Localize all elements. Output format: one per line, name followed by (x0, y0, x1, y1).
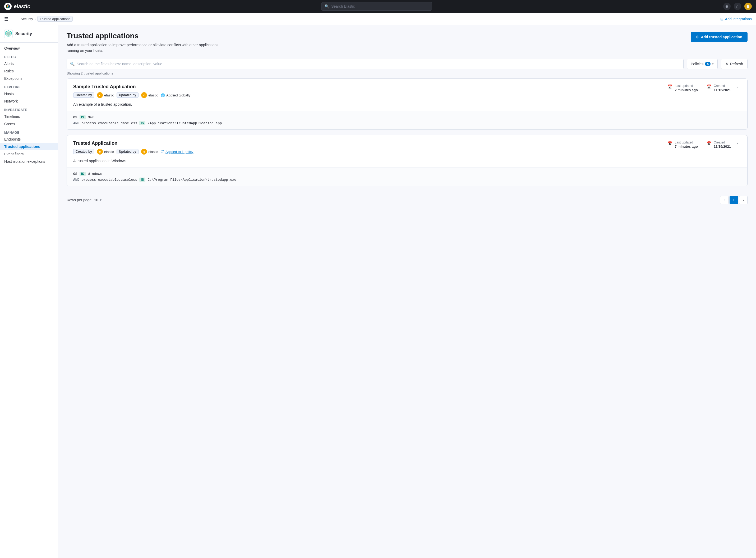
updated-by-username-1: elastic (148, 93, 158, 97)
chevron-down-icon: ▾ (712, 62, 714, 66)
applied-policy-badge-2[interactable]: 🛡 Applied to 1 policy (161, 150, 194, 154)
created-by-username-2: elastic (104, 150, 114, 154)
calendar-icon-1: 📅 (667, 84, 673, 89)
hamburger-menu[interactable]: ☰ (4, 16, 8, 22)
created-block-1: 📅 Created 11/15/2021 (706, 84, 731, 92)
refresh-button[interactable]: ↻ Refresh (721, 59, 748, 69)
rows-per-page-value: 10 (94, 198, 98, 202)
breadcrumb: Security › Trusted applications (21, 16, 73, 22)
created-date-1: 11/15/2021 (714, 88, 731, 92)
user-avatar[interactable]: E (745, 3, 752, 10)
created-by-avatar-1: e (97, 92, 103, 98)
created-by-user-2: e elastic (97, 149, 114, 155)
page-1-button[interactable]: 1 (730, 196, 738, 204)
search-icon: 🔍 (325, 4, 329, 8)
svg-point-4 (8, 5, 9, 7)
next-page-button[interactable]: › (739, 196, 748, 204)
created-by-badge-2: Created by (73, 149, 94, 154)
is-op-1: IS (79, 115, 86, 120)
policies-count-badge: 4 (705, 62, 710, 66)
process-value-1: /Applications/TrustedApplication.app (147, 121, 222, 125)
card-2-info: Trusted Application Created by e elastic… (73, 141, 194, 155)
notifications-icon[interactable]: ☆ (734, 3, 741, 10)
sidebar-item-exceptions[interactable]: Exceptions (0, 75, 58, 82)
topbar-right-icons: ⊕ ☆ E (723, 3, 752, 10)
add-integrations-label: Add integrations (725, 17, 752, 21)
add-trusted-application-button[interactable]: ⊕ Add trusted application (691, 32, 748, 42)
card-1-conditions: OS IS Mac AND process.executable.caseles… (67, 111, 747, 129)
breadcrumb-separator: › (34, 17, 36, 21)
last-updated-label-1: Last updated (675, 84, 698, 88)
sidebar-item-rules[interactable]: Rules (0, 67, 58, 75)
updated-by-avatar-1: e (141, 92, 147, 98)
pagination: Rows per page: 10 ▾ ‹ 1 › (67, 192, 748, 208)
card-1-header: Sample Trusted Application Created by e … (67, 79, 747, 102)
sidebar-item-hosts[interactable]: Hosts (0, 90, 58, 98)
main-layout: Security Overview Detect Alerts Rules Ex… (0, 25, 756, 558)
search-box[interactable]: 🔍 (67, 59, 684, 69)
rows-per-page-selector[interactable]: Rows per page: 10 ▾ (67, 198, 101, 202)
help-icon[interactable]: ⊕ (723, 3, 731, 10)
created-date-2: 11/19/2021 (714, 145, 731, 149)
card-2-title: Trusted Application (73, 141, 194, 146)
process-field-1: process.executable.caseless (81, 121, 137, 125)
condition-1-os: OS IS Mac (73, 115, 741, 120)
add-integrations-link[interactable]: ⊞ Add integrations (720, 17, 752, 21)
elastic-wordmark: elastic (14, 3, 30, 9)
filter-bar: 🔍 Policies 4 ▾ ↻ Refresh (67, 59, 748, 69)
last-updated-value-1: 2 minutes ago (675, 88, 698, 92)
sidebar-item-network[interactable]: Network (0, 98, 58, 105)
created-block-2: 📅 Created 11/19/2021 (706, 141, 731, 149)
elastic-logo-circle (4, 3, 11, 10)
sidebar-section-explore: Explore (0, 82, 58, 90)
sidebar-item-trusted-applications[interactable]: Trusted applications (0, 143, 58, 150)
card-1-actions-menu[interactable]: ⋯ (734, 84, 741, 90)
created-by-badge-1: Created by (73, 93, 94, 98)
os-value-2: Windows (88, 172, 102, 176)
sidebar-item-event-filters[interactable]: Event filters (0, 150, 58, 158)
space-icon: D (11, 16, 19, 22)
condition-1-process: AND process.executable.caseless IS /Appl… (73, 121, 741, 125)
card-2-actions-menu[interactable]: ⋯ (734, 141, 741, 146)
updated-by-username-2: elastic (148, 150, 158, 154)
last-updated-block-2: 📅 Last updated 7 minutes ago (667, 141, 698, 149)
card-2-right: 📅 Last updated 7 minutes ago 📅 Created 1… (667, 141, 741, 149)
created-by-avatar-2: e (97, 149, 103, 155)
policies-filter-button[interactable]: Policies 4 ▾ (687, 59, 718, 69)
applied-policy-link-2[interactable]: Applied to 1 policy (166, 150, 194, 154)
sidebar-item-cases[interactable]: Cases (0, 120, 58, 128)
process-value-2: C:\Program Files\Application\trustedapp.… (147, 178, 236, 182)
plus-icon: ⊕ (696, 34, 700, 40)
prev-page-button[interactable]: ‹ (720, 196, 729, 204)
sidebar-item-endpoints[interactable]: Endpoints (0, 135, 58, 143)
last-updated-label-2: Last updated (675, 141, 698, 144)
breadcrumb-security-link[interactable]: Security (21, 17, 33, 21)
sidebar-brand-name: Security (15, 31, 32, 36)
sidebar-item-timelines[interactable]: Timelines (0, 113, 58, 120)
updated-by-user-1: e elastic (141, 92, 158, 98)
card-1-info: Sample Trusted Application Created by e … (73, 84, 190, 98)
calendar-icon-2: 📅 (667, 141, 673, 146)
page-header-text: Trusted applications Add a trusted appli… (67, 32, 230, 53)
global-search-box[interactable]: 🔍 (321, 2, 432, 10)
sidebar-item-alerts[interactable]: Alerts (0, 60, 58, 67)
search-input[interactable] (77, 62, 680, 66)
sidebar-item-host-isolation[interactable]: Host isolation exceptions (0, 158, 58, 165)
last-updated-block-1: 📅 Last updated 2 minutes ago (667, 84, 698, 92)
card-1-right: 📅 Last updated 2 minutes ago 📅 Created 1… (667, 84, 741, 92)
add-integration-icon: ⊞ (720, 17, 724, 21)
svg-point-3 (7, 5, 8, 7)
updated-by-badge-2: Updated by (117, 149, 139, 154)
last-updated-value-2: 7 minutes ago (675, 145, 698, 149)
card-2-meta: Created by e elastic Updated by e elasti… (73, 149, 194, 155)
card-1-meta: Created by e elastic Updated by e elasti… (73, 92, 190, 98)
card-1-timestamps: 📅 Last updated 2 minutes ago 📅 Created 1… (667, 84, 731, 92)
calendar-icon-created-2: 📅 (706, 141, 712, 146)
sidebar-item-overview[interactable]: Overview (0, 45, 58, 52)
sidebar-section-investigate: Investigate (0, 105, 58, 113)
global-search-input[interactable] (331, 4, 429, 8)
breadcrumb-bar: ☰ D Security › Trusted applications ⊞ Ad… (0, 13, 756, 25)
search-box-icon: 🔍 (70, 62, 75, 66)
add-button-label: Add trusted application (701, 35, 742, 39)
elastic-logo[interactable]: elastic (4, 3, 30, 10)
